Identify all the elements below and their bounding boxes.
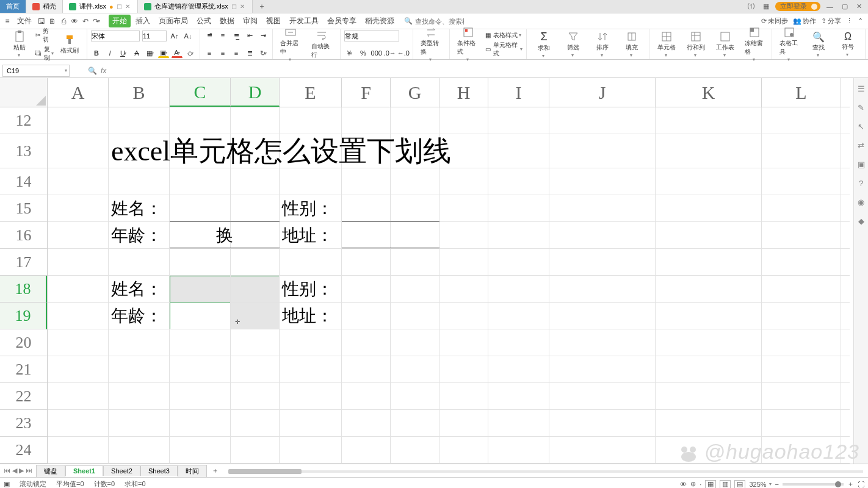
row-header-24[interactable]: 24 <box>0 437 47 464</box>
col-header-C[interactable]: C <box>170 78 231 107</box>
side-help-icon[interactable]: ? <box>859 179 863 188</box>
menu-pagelayout[interactable]: 页面布局 <box>155 15 192 27</box>
border-button[interactable]: ▦▾ <box>145 48 156 58</box>
side-location-icon[interactable]: ◆ <box>858 217 864 226</box>
window-close-icon[interactable]: ✕ <box>854 2 864 10</box>
sheet-next-icon[interactable]: ▶ <box>19 467 24 475</box>
font-name-select[interactable] <box>91 30 140 41</box>
tab-add-button[interactable]: ＋ <box>253 0 271 13</box>
fontcolor-button[interactable]: A▾ <box>172 48 183 58</box>
row-header-18[interactable]: 18 <box>0 276 47 303</box>
sync-status[interactable]: ⟳ 未同步 <box>761 16 788 26</box>
select-all-corner[interactable] <box>0 78 48 107</box>
italic-button[interactable]: I <box>104 48 115 58</box>
sum-button[interactable]: Σ求和▾ <box>530 29 557 60</box>
increase-font-button[interactable]: A↑ <box>169 31 180 41</box>
symbol-button[interactable]: Ω符号▾ <box>834 30 861 59</box>
goto-icon[interactable]: 🔍 <box>88 66 97 75</box>
align-center-button[interactable]: ≡ <box>217 48 228 58</box>
col-header-E[interactable]: E <box>280 78 342 107</box>
cell-E18[interactable]: 性别： <box>280 276 342 303</box>
cell-E16[interactable]: 地址： <box>280 222 342 249</box>
percent-button[interactable]: % <box>358 48 369 58</box>
tab-docker[interactable]: 稻壳 <box>26 0 63 13</box>
sheet-tab-sheet2[interactable]: Sheet2 <box>103 465 140 476</box>
save-icon[interactable]: 🖫 <box>37 16 46 26</box>
menu-member[interactable]: 会员专享 <box>324 15 360 27</box>
col-header-G[interactable]: G <box>391 78 439 107</box>
record-icon[interactable]: ▣ <box>4 480 10 488</box>
cell-E19[interactable]: 地址： <box>280 303 342 329</box>
decrease-font-button[interactable]: A↓ <box>183 31 193 41</box>
cell-B19[interactable]: 年龄： <box>109 303 170 329</box>
col-header-A[interactable]: A <box>48 78 109 107</box>
command-search-input[interactable] <box>415 18 464 25</box>
print-icon[interactable]: ⎙ <box>59 16 68 26</box>
cut-button[interactable]: ✂剪切 <box>35 27 54 44</box>
side-settings-icon[interactable]: ⇄ <box>858 141 864 150</box>
align-right-button[interactable]: ≡ <box>231 48 242 58</box>
view-pagelayout-button[interactable]: ▥ <box>720 480 731 489</box>
cell-B18[interactable]: 姓名： <box>109 276 170 303</box>
saveas-icon[interactable]: 🗎 <box>48 16 57 26</box>
conditional-format-button[interactable]: 条件格式▾ <box>454 25 483 63</box>
tab-pin-icon[interactable]: ◻ <box>117 2 122 10</box>
share-button[interactable]: ⇪ 分享 <box>821 16 841 26</box>
zoom-level[interactable]: 325% <box>749 481 766 488</box>
zoom-slider[interactable] <box>783 483 844 486</box>
view-normal-button[interactable]: ▦ <box>705 480 716 489</box>
filter-button[interactable]: 筛选▾ <box>560 29 587 59</box>
column-headers[interactable]: ABCDEFGHIJKL <box>48 78 850 107</box>
collapse-ribbon-icon[interactable]: ⌃ <box>858 17 863 25</box>
cell-B13[interactable]: excel单元格怎么设置下划线 <box>109 134 488 168</box>
close-icon[interactable]: ✕ <box>125 3 131 10</box>
cells-button[interactable]: 单元格▾ <box>653 29 680 59</box>
side-toolbox-icon[interactable]: ☰ <box>858 84 865 93</box>
grid-icon[interactable]: ⊕ <box>690 480 696 488</box>
close-icon[interactable]: ✕ <box>240 3 246 10</box>
view-pagebreak-button[interactable]: ▤ <box>734 480 745 489</box>
cell-C16[interactable]: 换 <box>170 222 280 249</box>
cell-B16[interactable]: 年龄： <box>109 222 170 249</box>
worksheet-button[interactable]: 工作表▾ <box>712 29 739 59</box>
font-size-select[interactable] <box>142 30 167 41</box>
grid-apps-icon[interactable]: ▦ <box>761 2 772 10</box>
col-header-L[interactable]: L <box>762 78 841 107</box>
align-middle-button[interactable]: ≡ <box>217 30 228 40</box>
row-header-19[interactable]: 19 <box>0 303 47 329</box>
dec-dec-button[interactable]: ←.0 <box>398 48 409 58</box>
sheet-tab-time[interactable]: 时间 <box>178 465 207 477</box>
login-button[interactable]: 立即登录 <box>775 2 820 11</box>
col-header-B[interactable]: B <box>109 78 170 107</box>
orientation-button[interactable]: ↻▾ <box>258 48 269 58</box>
type-convert-button[interactable]: 类型转换▾ <box>417 25 446 63</box>
merge-center-button[interactable]: 合并居中▾ <box>277 25 305 63</box>
row-header-23[interactable]: 23 <box>0 410 47 437</box>
row-header-20[interactable]: 20 <box>0 329 47 356</box>
cell-B15[interactable]: 姓名： <box>109 195 170 222</box>
menu-formula[interactable]: 公式 <box>193 15 215 27</box>
bold-button[interactable]: B <box>91 48 102 58</box>
side-select-icon[interactable]: ↖ <box>858 122 864 131</box>
find-button[interactable]: 🔍查找▾ <box>805 30 832 59</box>
row-header-12[interactable]: 12 <box>0 107 47 134</box>
collab-button[interactable]: 👥 协作 <box>793 16 816 26</box>
align-bottom-button[interactable]: ≡̲ <box>231 30 242 40</box>
indent-increase-button[interactable]: ⇥ <box>258 30 269 40</box>
row-header-17[interactable]: 17 <box>0 249 47 276</box>
row-header-22[interactable]: 22 <box>0 383 47 410</box>
menu-home[interactable]: 开始 <box>109 15 131 27</box>
fillcolor-button[interactable]: ▣▾ <box>158 48 169 58</box>
sheet-tab-sheet3[interactable]: Sheet3 <box>140 465 178 476</box>
eye-icon[interactable]: 👁 <box>680 481 687 488</box>
paste-button[interactable]: 粘贴▾ <box>6 29 33 59</box>
fx-icon[interactable]: fx <box>101 66 106 75</box>
sheet-add-button[interactable]: ＋ <box>207 465 223 476</box>
cell-style-button[interactable]: ▭单元格样式▾ <box>485 41 523 58</box>
table-style-button[interactable]: ▦表格样式▾ <box>485 31 523 40</box>
redo-icon[interactable]: ↷▾ <box>92 16 101 26</box>
row-header-15[interactable]: 15 <box>0 195 47 222</box>
menu-review[interactable]: 审阅 <box>239 15 261 27</box>
cell-E15[interactable]: 性别： <box>280 195 342 222</box>
align-top-button[interactable]: ≡̄ <box>204 30 215 40</box>
